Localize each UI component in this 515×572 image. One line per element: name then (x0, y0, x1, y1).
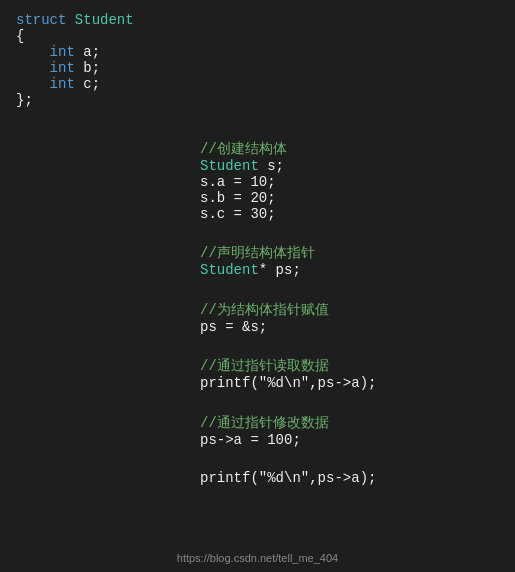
code-line-struct: struct Student (16, 12, 134, 28)
comment-create-struct: //创建结构体 (200, 140, 376, 158)
code-line-sb20: s.b = 20; (200, 190, 376, 206)
left-code-block: struct Student { int a; int b; int c; }; (16, 12, 134, 108)
watermark: https://blog.csdn.net/tell_me_404 (177, 552, 338, 564)
code-line-int-c: int c; (16, 76, 134, 92)
right-code-block: //创建结构体 Student s; s.a = 10; s.b = 20; s… (200, 140, 376, 486)
typename-student: Student (66, 12, 133, 28)
code-line-brace-close: }; (16, 92, 134, 108)
keyword-struct: struct (16, 12, 66, 28)
code-line-int-a: int a; (16, 44, 134, 60)
code-line-printf-read: printf("%d\n",ps->a); (200, 375, 376, 391)
blank-line-5 (200, 448, 376, 470)
code-line-student-ptr: Student* ps; (200, 262, 376, 278)
blank-line-4 (200, 391, 376, 413)
code-line-ps-modify: ps->a = 100; (200, 432, 376, 448)
comment-assign-ptr: //为结构体指针赋值 (200, 301, 376, 319)
comment-modify-via-ptr: //通过指针修改数据 (200, 414, 376, 432)
code-line-sa10: s.a = 10; (200, 174, 376, 190)
blank-line-1 (200, 222, 376, 244)
code-line-brace-open: { (16, 28, 134, 44)
code-line-printf-final: printf("%d\n",ps->a); (200, 470, 376, 486)
comment-read-via-ptr: //通过指针读取数据 (200, 357, 376, 375)
code-line-student-s: Student s; (200, 158, 376, 174)
blank-line-2 (200, 278, 376, 300)
code-line-ps-assign: ps = &s; (200, 319, 376, 335)
blank-line-3 (200, 335, 376, 357)
code-line-sc30: s.c = 30; (200, 206, 376, 222)
code-line-int-b: int b; (16, 60, 134, 76)
comment-declare-ptr: //声明结构体指针 (200, 244, 376, 262)
